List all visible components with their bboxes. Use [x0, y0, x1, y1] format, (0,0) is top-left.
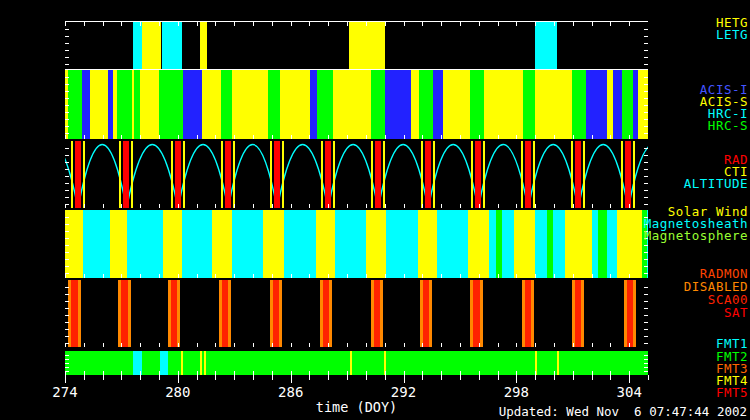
day-tick: [573, 22, 574, 26]
series-label-hrc-s: HRC-S: [708, 118, 748, 133]
y-tick: [644, 126, 648, 127]
y-tick: [65, 252, 69, 253]
day-tick: [121, 343, 122, 347]
segment-hrc-s: [523, 70, 535, 139]
y-tick: [644, 148, 648, 149]
segment-acis-i: [586, 70, 607, 139]
day-tick: [460, 343, 461, 347]
day-tick: [404, 274, 405, 278]
y-tick: [644, 315, 648, 316]
segment-letg: [535, 22, 557, 69]
y-tick: [644, 301, 648, 302]
y-tick: [65, 64, 69, 65]
day-tick: [65, 343, 66, 347]
y-tick: [65, 259, 69, 260]
segment-hetg: [142, 22, 161, 69]
perigee-cti-line: [433, 141, 435, 208]
segment-letg: [162, 22, 182, 69]
segment-magnetosheath: [182, 210, 212, 278]
radiation-zone-bar: [68, 280, 81, 347]
day-tick: [253, 135, 254, 139]
day-tick: [573, 274, 574, 278]
y-tick: [65, 91, 69, 92]
y-tick: [644, 294, 648, 295]
y-tick: [65, 336, 69, 337]
y-tick: [644, 50, 648, 51]
y-tick: [644, 84, 648, 85]
segment-hrc-s: [470, 70, 484, 139]
day-tick: [441, 22, 442, 26]
timeline-chart: time (DOY) Updated: Wed Nov 6 07:47:44 2…: [0, 0, 750, 420]
day-tick: [328, 343, 329, 347]
y-tick: [65, 84, 69, 85]
day-tick: [592, 135, 593, 139]
radiation-zone-bar: [522, 280, 534, 347]
perigee-rad-line: [225, 141, 231, 208]
segment-hrc-s: [572, 70, 586, 139]
y-tick: [65, 266, 69, 267]
day-tick: [291, 343, 292, 347]
day-tick: [516, 135, 517, 139]
day-tick: [159, 274, 160, 278]
segment-acis-s: [484, 70, 523, 139]
y-tick: [65, 148, 69, 149]
day-tick: [234, 343, 235, 347]
radiation-zone-bar: [420, 280, 432, 347]
y-tick: [65, 197, 69, 198]
line-fmt4: [181, 351, 183, 375]
day-tick: [422, 22, 423, 26]
axis-major-tick: [404, 375, 405, 383]
day-tick: [366, 135, 367, 139]
day-tick: [347, 274, 348, 278]
segment-acis-i: [310, 70, 317, 139]
day-tick: [610, 204, 611, 208]
day-tick: [328, 274, 329, 278]
day-tick: [554, 204, 555, 208]
axis-minor-tick: [573, 375, 574, 380]
perigee-rad-line: [525, 141, 531, 208]
day-tick: [215, 22, 216, 26]
perigee-cti-line: [333, 141, 335, 208]
y-tick: [644, 308, 648, 309]
axis-minor-tick: [535, 375, 536, 380]
perigee-cti-line: [282, 141, 284, 208]
segment-magnetosheath: [553, 210, 565, 278]
y-tick: [65, 308, 69, 309]
y-tick: [644, 77, 648, 78]
y-tick: [644, 169, 648, 170]
day-tick: [197, 343, 198, 347]
y-tick: [644, 355, 648, 356]
day-tick: [197, 274, 198, 278]
segment-solar-wind: [163, 210, 183, 278]
axis-minor-tick: [103, 375, 104, 380]
radiation-zone-bar: [371, 280, 383, 347]
day-tick: [347, 22, 348, 26]
line-fmt4: [200, 351, 202, 375]
day-tick: [347, 135, 348, 139]
segment-FMT2: [65, 351, 648, 375]
y-tick: [644, 162, 648, 163]
day-tick: [291, 204, 292, 208]
day-tick: [215, 274, 216, 278]
y-tick: [644, 98, 648, 99]
segment-acis-i: [385, 70, 411, 139]
band-telemetry: [65, 351, 648, 375]
axis-minor-tick: [498, 375, 499, 380]
axis-minor-tick: [592, 375, 593, 380]
y-tick: [644, 363, 648, 364]
y-tick: [65, 133, 69, 134]
day-tick: [610, 343, 611, 347]
day-tick: [629, 274, 630, 278]
day-tick: [479, 204, 480, 208]
day-tick: [253, 274, 254, 278]
perigee-rad-line: [375, 141, 381, 208]
perigee-cti-line: [471, 141, 473, 208]
segment-acis-s: [232, 70, 268, 139]
perigee-cti-line: [571, 141, 573, 208]
y-tick: [65, 322, 69, 323]
day-tick: [103, 204, 104, 208]
day-tick: [554, 22, 555, 26]
altitude-curve: [65, 141, 648, 208]
day-tick: [291, 22, 292, 26]
day-tick: [629, 204, 630, 208]
